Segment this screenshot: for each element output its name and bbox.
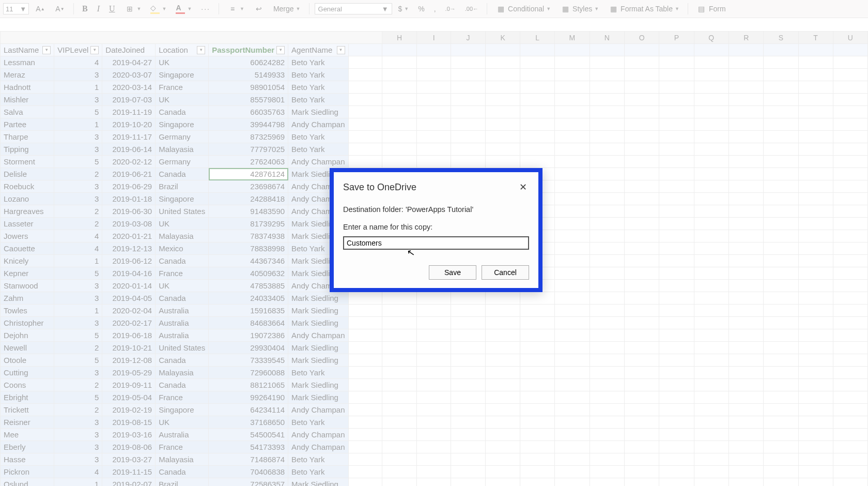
empty-cell[interactable] [659, 242, 694, 255]
empty-cell[interactable] [417, 69, 451, 81]
empty-cell[interactable] [555, 404, 590, 416]
cell-pass[interactable]: 37168650 [209, 416, 288, 429]
cell-vip[interactable]: 4 [54, 242, 102, 255]
empty-cell[interactable] [833, 143, 867, 156]
empty-cell[interactable] [798, 342, 833, 354]
cell-loc[interactable]: Canada [156, 255, 209, 267]
empty-cell[interactable] [485, 317, 520, 329]
table-row[interactable]: Coons22019-09-11Canada88121065Mark Siedl… [1, 379, 868, 391]
empty-cell[interactable] [798, 354, 833, 367]
empty-cell[interactable] [624, 429, 659, 441]
empty-cell[interactable] [520, 367, 555, 379]
empty-cell[interactable] [798, 391, 833, 404]
cell-lastName[interactable]: Otoole [1, 354, 54, 367]
cell-pass[interactable]: 66035763 [209, 106, 288, 118]
empty-cell[interactable] [694, 441, 729, 453]
empty-cell[interactable] [590, 168, 624, 180]
empty-cell[interactable] [833, 267, 867, 280]
empty-cell[interactable] [485, 156, 520, 168]
cell-date[interactable]: 2019-06-21 [102, 168, 156, 180]
close-button[interactable]: ✕ [517, 181, 529, 193]
cell-pass[interactable]: 71486874 [209, 453, 288, 466]
font-color-button[interactable]: A▼ [173, 3, 195, 15]
empty-cell[interactable] [451, 441, 486, 453]
cell-vip[interactable]: 2 [54, 342, 102, 354]
empty-cell[interactable] [764, 193, 798, 205]
cell-pass[interactable]: 87325969 [209, 131, 288, 143]
cell-lastName[interactable]: Jowers [1, 230, 54, 242]
empty-cell[interactable] [798, 416, 833, 429]
empty-cell[interactable] [764, 230, 798, 242]
empty-cell[interactable] [485, 81, 520, 94]
cell-pass[interactable]: 70406838 [209, 466, 288, 478]
empty-cell[interactable] [729, 56, 764, 69]
cell-pass[interactable]: 23698674 [209, 180, 288, 193]
empty-cell[interactable] [485, 342, 520, 354]
empty-cell[interactable] [590, 317, 624, 329]
empty-cell[interactable] [798, 56, 833, 69]
empty-cell[interactable] [555, 441, 590, 453]
empty-cell[interactable] [520, 69, 555, 81]
empty-cell[interactable] [764, 180, 798, 193]
empty-cell[interactable] [382, 106, 416, 118]
cell-loc[interactable]: Canada [156, 168, 209, 180]
cell-pass[interactable]: 47853885 [209, 280, 288, 292]
empty-cell[interactable] [555, 230, 590, 242]
empty-cell[interactable] [624, 367, 659, 379]
empty-cell[interactable] [764, 255, 798, 267]
empty-cell[interactable] [348, 292, 382, 305]
cell-vip[interactable]: 4 [54, 230, 102, 242]
empty-cell[interactable] [624, 131, 659, 143]
empty-cell[interactable] [382, 118, 416, 131]
col-letter[interactable]: S [764, 32, 798, 44]
empty-cell[interactable] [798, 379, 833, 391]
empty-cell[interactable] [659, 118, 694, 131]
cell-loc[interactable]: France [156, 267, 209, 280]
save-button[interactable]: Save [429, 265, 476, 280]
table-row[interactable]: Storment52020-02-12Germany27624063Andy C… [1, 156, 868, 168]
empty-cell[interactable] [798, 292, 833, 305]
table-row[interactable]: Tharpe32019-11-17Germany87325969Beto Yar… [1, 131, 868, 143]
empty-cell[interactable] [729, 367, 764, 379]
empty-cell[interactable] [417, 453, 451, 466]
cell-date[interactable]: 2019-06-12 [102, 255, 156, 267]
empty-cell[interactable] [590, 180, 624, 193]
cell-pass[interactable]: 60624282 [209, 56, 288, 69]
empty-cell[interactable] [485, 429, 520, 441]
empty-cell[interactable] [417, 317, 451, 329]
empty-cell[interactable] [833, 106, 867, 118]
empty-cell[interactable] [348, 118, 382, 131]
empty-cell[interactable] [798, 453, 833, 466]
empty-cell[interactable] [659, 255, 694, 267]
empty-cell[interactable] [520, 81, 555, 94]
empty-cell[interactable] [451, 466, 486, 478]
empty-cell[interactable] [417, 429, 451, 441]
empty-cell[interactable] [659, 478, 694, 487]
cell-pass[interactable]: 91483590 [209, 205, 288, 218]
empty-cell[interactable] [624, 56, 659, 69]
empty-cell[interactable] [694, 466, 729, 478]
empty-cell[interactable] [694, 329, 729, 342]
empty-cell[interactable] [624, 416, 659, 429]
cell-date[interactable]: 2019-03-27 [102, 453, 156, 466]
empty-cell[interactable] [694, 218, 729, 230]
cell-pass[interactable]: 42876124 [209, 168, 288, 180]
empty-cell[interactable] [382, 367, 416, 379]
empty-cell[interactable] [729, 466, 764, 478]
empty-cell[interactable] [764, 441, 798, 453]
empty-cell[interactable] [520, 106, 555, 118]
cell-agent[interactable]: Beto Yark [288, 453, 348, 466]
empty-cell[interactable] [451, 354, 486, 367]
empty-cell[interactable] [485, 305, 520, 317]
cell-date[interactable]: 2019-03-16 [102, 429, 156, 441]
table-row[interactable]: Christopher32020-02-17Australia84683664M… [1, 317, 868, 329]
empty-cell[interactable] [485, 367, 520, 379]
empty-cell[interactable] [555, 205, 590, 218]
empty-cell[interactable] [798, 441, 833, 453]
cell-lastName[interactable]: Oslund [1, 478, 54, 487]
cell-pass[interactable]: 24288418 [209, 193, 288, 205]
empty-cell[interactable] [833, 466, 867, 478]
empty-cell[interactable] [798, 280, 833, 292]
empty-cell[interactable] [729, 131, 764, 143]
empty-cell[interactable] [729, 168, 764, 180]
